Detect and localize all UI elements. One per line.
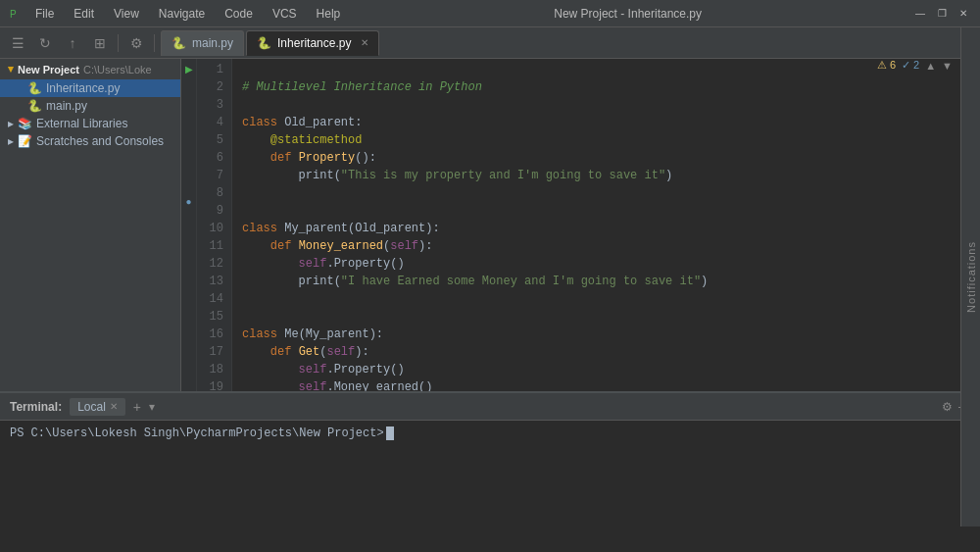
editor-area[interactable]: ▶ ● [181,59,980,391]
scroll-down-indicator[interactable]: ▼ [942,60,953,72]
scratch-icon: 📝 [18,134,32,148]
project-tree-btn[interactable]: ☰ [6,31,29,55]
ln-18: 18 [197,361,231,378]
terminal-header: Terminal: Local ✕ + ▾ ⚙ — [0,393,980,421]
minimize-button[interactable]: — [911,5,929,23]
gutter-7 [181,160,196,176]
menu-view[interactable]: View [110,5,143,23]
title-bar: P File Edit View Navigate Code VCS Help … [0,0,980,27]
gutter-12 [181,242,196,259]
py-file-icon-main: 🐍 [27,99,42,113]
notifications-label: Notifications [965,241,977,313]
sidebar-extlib-label: External Libraries [36,117,127,130]
warnings-indicator[interactable]: ⚠ 6 [877,59,896,72]
gutter-3 [181,94,196,111]
expand-btn[interactable]: ⊞ [88,31,112,55]
tab-inheritance-py[interactable]: 🐍 Inheritance.py ✕ [246,30,379,56]
app-icon: P [8,6,24,22]
terminal-local-tab[interactable]: Local ✕ [70,398,125,416]
bookmark-9[interactable]: ● [181,193,196,210]
svg-text:P: P [10,9,17,20]
settings-btn[interactable]: ⚙ [124,31,148,55]
menu-help[interactable]: Help [313,5,345,23]
separator-1 [118,34,119,52]
terminal-tab-close[interactable]: ✕ [110,401,118,412]
ln-10: 10 [197,220,231,237]
scroll-up-indicator[interactable]: ▲ [925,60,936,72]
gutter-4 [181,111,196,127]
ln-15: 15 [197,308,231,326]
editor-container: ▶ ● [181,59,980,391]
sidebar-item-inheritance[interactable]: 🐍 Inheritance.py [0,79,180,97]
terminal-section: Terminal: Local ✕ + ▾ ⚙ — PS C:\Users\Lo… [0,391,980,552]
gutter-5 [181,126,196,143]
ln-12: 12 [197,255,231,273]
sync-btn[interactable]: ↻ [33,31,57,55]
terminal-settings-btn[interactable]: ⚙ [942,400,953,414]
tab-main-py[interactable]: 🐍 main.py [161,30,244,56]
window-title: New Project - Inheritance.py [344,7,911,21]
gutter-10 [181,210,196,226]
window-controls: — ❐ ✕ [911,5,972,23]
terminal-tab-label: Local [77,400,106,414]
ln-16: 16 [197,326,231,343]
ln-7: 7 [197,167,231,184]
gutter-6 [181,143,196,160]
ln-1: 1 [197,61,231,78]
main-layout: ▾ New Project C:\Users\Loke 🐍 Inheritanc… [0,59,980,391]
project-path: C:\Users\Loke [83,64,152,75]
ext-lib-arrow: ▸ [8,117,14,130]
sidebar-external-libs[interactable]: ▸ 📚 External Libraries [0,115,180,132]
tab-inheritance-label: Inheritance.py [277,36,351,50]
sidebar-item-main[interactable]: 🐍 main.py [0,97,180,115]
scratch-arrow: ▸ [8,134,14,148]
ln-17: 17 [197,343,231,361]
ln-6: 6 [197,149,231,167]
separator-2 [154,34,155,52]
terminal-dropdown-btn[interactable]: ▾ [149,400,155,414]
left-gutter: ▶ ● [181,59,197,391]
run-indicator-1[interactable]: ▶ [181,61,196,77]
py-icon-main: 🐍 [172,36,186,50]
sidebar-header: ▾ New Project C:\Users\Loke [0,59,180,79]
tab-main-label: main.py [192,36,233,50]
gutter-20 [181,375,196,391]
menu-navigate[interactable]: Navigate [155,5,209,23]
ln-11: 11 [197,237,231,255]
ln-5: 5 [197,131,231,149]
editor-indicators: ⚠ 6 ✓ 2 ▲ ▼ [877,59,953,72]
menu-code[interactable]: Code [220,5,257,23]
gutter-16 [181,309,196,326]
line-numbers: 1 2 3 4 5 6 7 8 9 10 11 12 13 14 15 16 1 [197,59,232,391]
up-btn[interactable]: ↑ [61,31,84,55]
close-button[interactable]: ✕ [955,5,972,23]
ln-2: 2 [197,78,231,96]
gutter-17 [181,326,196,342]
sidebar-inheritance-label: Inheritance.py [46,81,120,95]
gutter-18 [181,341,196,358]
sidebar-scratches[interactable]: ▸ 📝 Scratches and Consoles [0,132,180,150]
add-terminal-btn[interactable]: + [133,399,141,415]
editor-tab-bar: 🐍 main.py 🐍 Inheritance.py ✕ [161,30,947,56]
terminal-prompt: PS C:\Users\Lokesh Singh\PycharmProjects… [10,427,384,440]
terminal-body[interactable]: PS C:\Users\Lokesh Singh\PycharmProjects… [0,421,980,552]
notifications-panel[interactable]: Notifications [960,27,980,527]
ext-lib-icon: 📚 [18,117,32,130]
gutter-15 [181,292,196,309]
ln-19: 19 [197,378,231,391]
sidebar: ▾ New Project C:\Users\Loke 🐍 Inheritanc… [0,59,181,391]
menu-vcs[interactable]: VCS [269,5,301,23]
sidebar-scratches-label: Scratches and Consoles [36,134,164,148]
tab-close-icon[interactable]: ✕ [361,37,368,48]
menu-edit[interactable]: Edit [70,5,98,23]
ln-9: 9 [197,202,231,220]
ln-3: 3 [197,96,231,114]
gutter-19 [181,358,196,375]
ln-8: 8 [197,184,231,202]
code-editor[interactable]: # Multilevel Inheritance in Python class… [232,59,968,391]
project-folder-icon: ▾ [8,63,14,75]
info-indicator[interactable]: ✓ 2 [902,59,919,72]
toolbar: ☰ ↻ ↑ ⊞ ⚙ 🐍 main.py 🐍 Inheritance.py ✕ ⋮ [0,27,980,59]
menu-file[interactable]: File [31,5,58,23]
maximize-button[interactable]: ❐ [933,5,951,23]
